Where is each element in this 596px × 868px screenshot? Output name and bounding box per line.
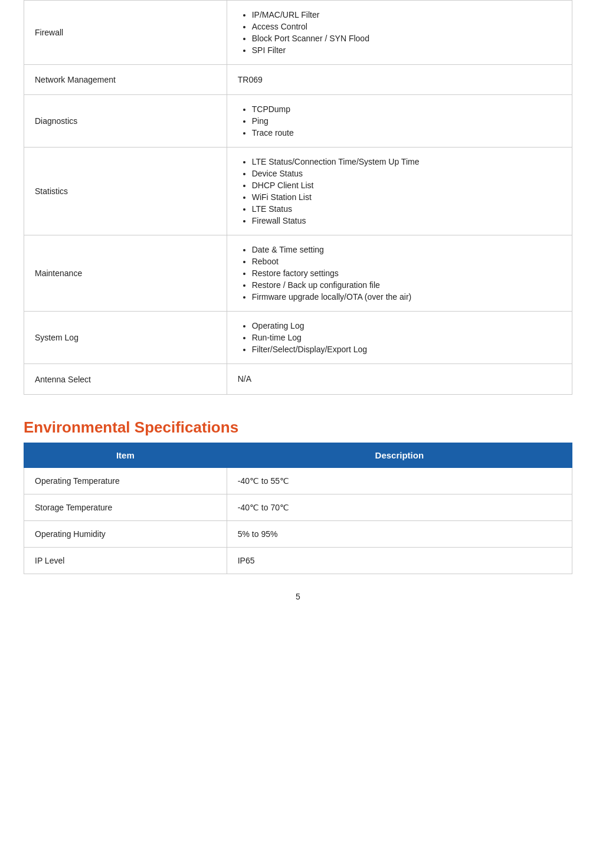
list-item: TCPDump: [252, 103, 561, 115]
table-row: MaintenanceDate & Time settingRebootRest…: [24, 235, 572, 312]
upper-spec-table: FirewallIP/MAC/URL FilterAccess ControlB…: [24, 0, 572, 395]
list-item: Firewall Status: [252, 215, 561, 227]
list-item: Block Port Scanner / SYN Flood: [252, 32, 561, 44]
table-row: Antenna SelectN/A: [24, 364, 572, 394]
list-item: Restore / Back up configuration file: [252, 279, 561, 291]
env-row-description: -40℃ to 70℃: [227, 494, 572, 520]
row-item-label: Firewall: [24, 1, 227, 65]
env-table-header: Item Description: [24, 443, 572, 467]
env-row-description: -40℃ to 55℃: [227, 467, 572, 494]
list-item: WiFi Station List: [252, 191, 561, 203]
table-row: DiagnosticsTCPDumpPingTrace route: [24, 95, 572, 148]
row-item-label: Diagnostics: [24, 95, 227, 148]
row-item-label: Network Management: [24, 65, 227, 95]
env-row-description: 5% to 95%: [227, 520, 572, 547]
table-row: Operating Temperature-40℃ to 55℃: [24, 467, 572, 494]
list-item: Device Status: [252, 168, 561, 179]
row-item-label: Maintenance: [24, 235, 227, 312]
list-item: IP/MAC/URL Filter: [252, 9, 561, 21]
env-row-item: Operating Temperature: [24, 467, 227, 494]
table-row: StatisticsLTE Status/Connection Time/Sys…: [24, 148, 572, 235]
list-item: Filter/Select/Display/Export Log: [252, 343, 561, 355]
list-item: SPI Filter: [252, 44, 561, 56]
env-section-title: Environmental Specifications: [24, 418, 572, 437]
list-item: Operating Log: [252, 320, 561, 332]
list-item: Run-time Log: [252, 332, 561, 343]
row-item-value: LTE Status/Connection Time/System Up Tim…: [227, 148, 572, 235]
list-item: Restore factory settings: [252, 267, 561, 279]
list-item: Trace route: [252, 127, 561, 139]
list-item: Reboot: [252, 256, 561, 267]
table-row: Operating Humidity5% to 95%: [24, 520, 572, 547]
list-item: Access Control: [252, 21, 561, 32]
page-number: 5: [24, 592, 572, 601]
list-item: Ping: [252, 115, 561, 127]
env-row-description: IP65: [227, 547, 572, 574]
table-row: Network ManagementTR069: [24, 65, 572, 95]
row-item-value: N/A: [227, 364, 572, 394]
env-col-desc-header: Description: [227, 443, 572, 467]
row-item-value: IP/MAC/URL FilterAccess ControlBlock Por…: [227, 1, 572, 65]
env-row-item: Storage Temperature: [24, 494, 227, 520]
list-item: LTE Status: [252, 203, 561, 215]
table-row: System LogOperating LogRun-time LogFilte…: [24, 312, 572, 364]
env-table: Item Description Operating Temperature-4…: [24, 443, 572, 574]
list-item: LTE Status/Connection Time/System Up Tim…: [252, 156, 561, 168]
list-item: Date & Time setting: [252, 244, 561, 256]
table-row: FirewallIP/MAC/URL FilterAccess ControlB…: [24, 1, 572, 65]
row-item-value: TR069: [227, 65, 572, 95]
row-item-label: Statistics: [24, 148, 227, 235]
env-col-item-header: Item: [24, 443, 227, 467]
row-item-value: Date & Time settingRebootRestore factory…: [227, 235, 572, 312]
list-item: DHCP Client List: [252, 179, 561, 191]
row-item-value: TCPDumpPingTrace route: [227, 95, 572, 148]
row-item-label: System Log: [24, 312, 227, 364]
list-item: Firmware upgrade locally/OTA (over the a…: [252, 291, 561, 303]
table-row: IP LevelIP65: [24, 547, 572, 574]
row-item-label: Antenna Select: [24, 364, 227, 394]
table-row: Storage Temperature-40℃ to 70℃: [24, 494, 572, 520]
env-row-item: Operating Humidity: [24, 520, 227, 547]
env-row-item: IP Level: [24, 547, 227, 574]
row-item-value: Operating LogRun-time LogFilter/Select/D…: [227, 312, 572, 364]
